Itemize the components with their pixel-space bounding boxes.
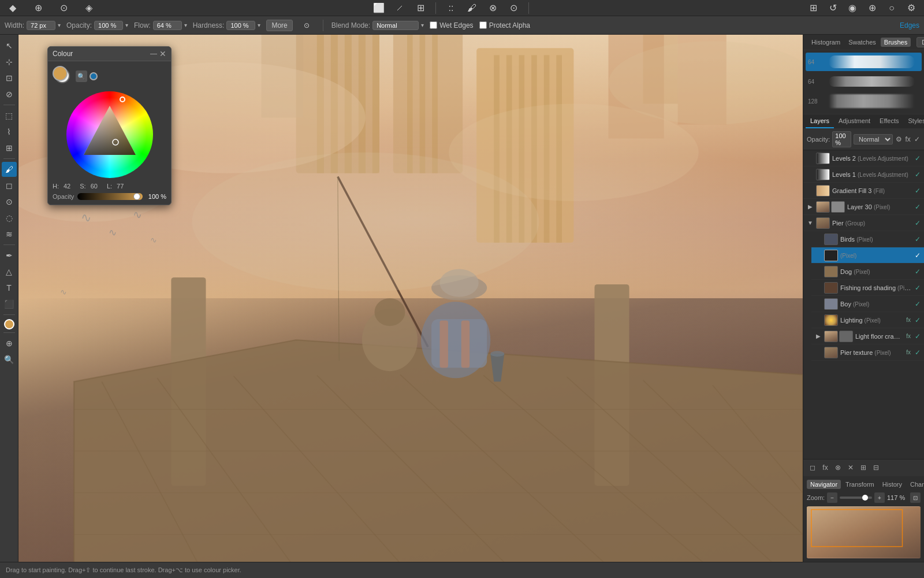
check-levels2[interactable]: ✓ [915, 154, 921, 162]
fill-tool[interactable]: ⬛ [2, 297, 17, 312]
layer-selected-pixel[interactable]: (Pixel) ✓ [811, 247, 924, 264]
opacity-thumb[interactable] [133, 193, 140, 200]
check-boy[interactable]: ✓ [915, 300, 921, 308]
layer-close-btn[interactable]: ✕ [845, 462, 856, 473]
user-icon[interactable]: ○ [884, 0, 900, 16]
eraser-tool[interactable]: ◻ [2, 178, 17, 193]
zoom-btn[interactable]: ⊕ [2, 336, 17, 351]
width-chevron[interactable]: ▾ [58, 22, 61, 28]
layer-group-btn[interactable]: ⊟ [870, 462, 882, 473]
share-icon[interactable]: ⊕ [864, 0, 880, 16]
check-selected[interactable]: ✓ [915, 251, 921, 260]
transform-tool[interactable]: ⊹ [2, 54, 17, 69]
open-btn[interactable]: ⊙ [55, 0, 72, 16]
panel-toggle-icon[interactable]: ⊞ [805, 0, 821, 16]
picker-close[interactable]: ✕ [159, 49, 166, 58]
persona-btn[interactable]: ◈ [81, 0, 97, 16]
tab-navigator[interactable]: Navigator [807, 480, 841, 489]
layer-lighting[interactable]: Lighting (Pixel) fx ✓ [811, 312, 924, 328]
tab-history[interactable]: History [879, 480, 906, 489]
layer-boy[interactable]: Boy (Pixel) ✓ [811, 296, 924, 312]
select-lasso-tool[interactable]: ⌇ [2, 124, 17, 139]
edges-label[interactable]: Edges [900, 21, 919, 29]
layer-birds[interactable]: Birds (Pixel) ✓ [811, 231, 924, 247]
layer-fx-btn[interactable]: fx [904, 134, 911, 145]
check-pier[interactable]: ✓ [915, 219, 921, 227]
navigator-preview[interactable] [807, 506, 921, 558]
layer-mask-btn[interactable]: ◻ [807, 462, 818, 473]
search-tool[interactable]: 🔍 [2, 352, 17, 367]
check-pier-texture[interactable]: ✓ [915, 349, 921, 357]
layer-opacity-input[interactable]: 100 % [832, 131, 851, 147]
blur-tool[interactable]: ◌ [2, 210, 17, 225]
layer-check-btn[interactable]: ✓ [914, 134, 921, 145]
check-fishing-rod[interactable]: ✓ [915, 284, 921, 292]
layer-light-floor-cracks[interactable]: ▶ Light floor cracks fx ✓ [811, 328, 924, 344]
more-button[interactable]: More [266, 20, 292, 31]
check-dog[interactable]: ✓ [915, 268, 921, 276]
expand-layer30[interactable]: ▶ [807, 203, 814, 210]
tab-channels[interactable]: Channels [907, 480, 924, 489]
shape-tool[interactable]: △ [2, 264, 17, 279]
text-tool[interactable]: T [2, 280, 17, 295]
expand-cracks[interactable]: ▶ [815, 333, 822, 340]
layer-levels1[interactable]: Levels 1 (Levels Adjustment) ✓ [803, 166, 924, 183]
crop-tool-icon[interactable]: ⊞ [412, 0, 429, 16]
foreground-color[interactable] [4, 319, 14, 329]
opacity-slider[interactable] [77, 193, 143, 200]
layer-gradient-fill3[interactable]: Gradient Fill 3 (Fill) ✓ [803, 183, 924, 199]
layer-levels2[interactable]: Levels 2 (Levels Adjustment) ✓ [803, 150, 924, 166]
select-brush-tool[interactable]: ⊞ [2, 140, 17, 155]
layer-pier-texture[interactable]: Pier texture (Pixel) fx ✓ [811, 344, 924, 361]
hardness-chevron[interactable]: ▾ [258, 22, 260, 28]
width-value[interactable]: 72 px [27, 21, 55, 30]
smudge-icon[interactable]: ⊗ [485, 0, 501, 16]
brush-preset-2[interactable]: 64 [806, 72, 922, 91]
wet-edges-checkbox[interactable] [430, 21, 437, 29]
blend-mode-value[interactable]: Normal [372, 21, 419, 30]
l-value[interactable]: 77 [117, 183, 124, 190]
layer-settings-btn[interactable]: ⚙ [895, 134, 902, 145]
blue-swatch[interactable] [90, 72, 98, 80]
pen-tool[interactable]: ✒ [2, 248, 17, 263]
check-birds[interactable]: ✓ [915, 235, 921, 243]
colour-icon[interactable]: ◉ [844, 0, 860, 16]
layer-fishing-rod[interactable]: Fishing rod shading (Pixel) ✓ [811, 280, 924, 296]
brush-category-select[interactable]: DAUB Dry Media [916, 37, 924, 47]
tab-transform[interactable]: Transform [842, 480, 878, 489]
move-tool[interactable]: ↖ [2, 38, 17, 53]
colour-wheel-container[interactable] [66, 91, 153, 178]
opacity-chevron[interactable]: ▾ [125, 22, 128, 28]
layer-adj-btn[interactable]: fx [819, 462, 831, 473]
opacity-value[interactable]: 100 % [94, 21, 123, 30]
shape-tool-icon[interactable]: ⬜ [371, 0, 387, 16]
check-cracks[interactable]: ✓ [915, 332, 921, 340]
layer-del-icon[interactable]: ⊗ [832, 462, 844, 473]
expand-pier[interactable]: ▼ [807, 220, 814, 227]
colour-triangle[interactable] [78, 103, 141, 166]
paint-brush-tool[interactable]: 🖌 [2, 162, 17, 177]
settings-icon[interactable]: ⚙ [903, 0, 919, 16]
flow-value[interactable]: 64 % [153, 21, 182, 30]
check-lighting[interactable]: ✓ [915, 316, 921, 324]
tab-styles[interactable]: Styles [904, 114, 925, 128]
blend-mode-chevron[interactable]: ▾ [421, 22, 424, 28]
app-logo[interactable]: ◆ [5, 0, 21, 16]
clone-icon[interactable]: ⊙ [505, 0, 521, 16]
check-levels1[interactable]: ✓ [915, 171, 921, 179]
brush-settings-icon[interactable]: ⊙ [299, 17, 315, 34]
layer-pier-group[interactable]: ▼ Pier (Group) ✓ [803, 215, 924, 231]
canvas-area[interactable]: ∿ ∿ ∿ ∿ ∿ Colour — ✕ [18, 35, 803, 562]
zoom-in-btn[interactable]: + [874, 492, 885, 503]
tab-adjustment[interactable]: Adjustment [834, 114, 875, 128]
tab-layers[interactable]: Layers [806, 114, 834, 128]
flow-chevron[interactable]: ▾ [184, 22, 187, 28]
select-rect-tool[interactable]: ⬚ [2, 108, 17, 123]
hardness-value[interactable]: 100 % [226, 21, 255, 30]
layer-dog[interactable]: Dog (Pixel) ✓ [811, 264, 924, 280]
tab-effects[interactable]: Effects [875, 114, 903, 128]
fg-swatch[interactable] [53, 66, 68, 81]
layer-30[interactable]: ▶ Layer 30 (Pixel) ✓ [803, 199, 924, 215]
crop-tool[interactable]: ⊡ [2, 71, 17, 86]
layer-add-btn[interactable]: ⊞ [858, 462, 869, 473]
